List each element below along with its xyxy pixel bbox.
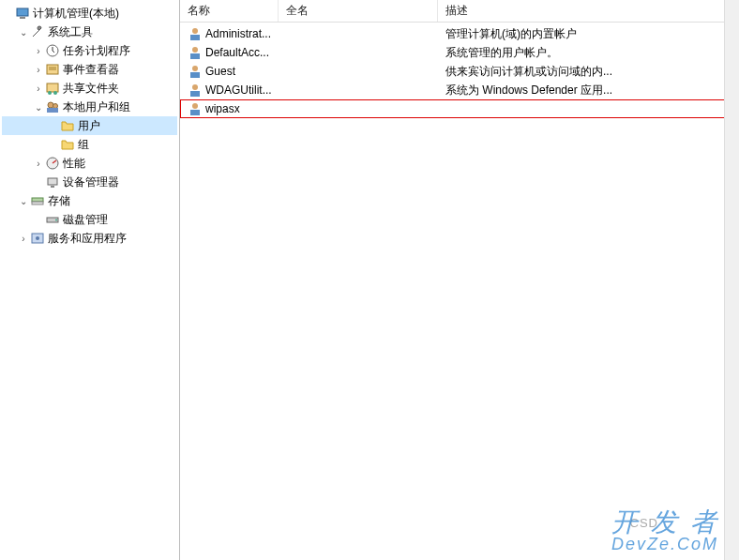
svg-rect-6 (47, 83, 58, 92)
navigation-tree: ▾ 计算机管理(本地) ⌄ 系统工具 › 任务计划程序 › 事件查 (0, 0, 180, 560)
device-icon (45, 174, 60, 189)
tree-label: 事件查看器 (63, 62, 119, 78)
computer-icon (15, 6, 30, 21)
tree-event-viewer[interactable]: › 事件查看器 (2, 60, 177, 79)
expand-icon[interactable]: › (17, 232, 30, 245)
user-icon (188, 45, 203, 60)
tree-device-manager[interactable]: · 设备管理器 (2, 173, 177, 191)
user-description: 管理计算机(域)的内置帐户 (438, 26, 739, 42)
svg-rect-15 (32, 198, 43, 202)
svg-point-25 (192, 66, 198, 71)
svg-rect-0 (17, 8, 28, 16)
svg-rect-30 (190, 110, 200, 115)
expand-icon[interactable]: › (32, 157, 45, 170)
tree-label: 设备管理器 (63, 174, 119, 190)
tree-label: 服务和应用程序 (48, 231, 127, 247)
tree-label: 组 (78, 137, 89, 153)
user-description: 供来宾访问计算机或访问域的内... (438, 64, 739, 80)
svg-rect-24 (190, 53, 200, 59)
svg-point-8 (53, 91, 57, 95)
svg-point-23 (192, 47, 198, 53)
user-name: Administrat... (205, 27, 271, 40)
svg-rect-28 (190, 91, 200, 97)
list-body: Administrat... 管理计算机(域)的内置帐户 DefaultAcc.… (180, 23, 739, 560)
expand-icon[interactable]: › (32, 63, 45, 76)
tree-label: 本地用户和组 (63, 99, 130, 115)
user-icon (188, 83, 203, 98)
tree-root[interactable]: ▾ 计算机管理(本地) (2, 4, 177, 23)
services-icon (30, 231, 45, 246)
perf-icon (45, 156, 60, 171)
collapse-icon[interactable]: ⌄ (17, 194, 30, 207)
tree-disk-management[interactable]: · 磁盘管理 (2, 210, 177, 229)
tree-label: 任务计划程序 (63, 43, 130, 59)
user-name: DefaultAcc... (205, 46, 269, 59)
svg-point-7 (48, 91, 52, 95)
tree-performance[interactable]: › 性能 (2, 154, 177, 173)
expand-icon[interactable]: › (32, 82, 45, 95)
user-list-panel: 名称 全名 描述 Administrat... 管理计算机(域)的内置帐户 (180, 0, 739, 560)
svg-rect-22 (190, 35, 200, 40)
list-item[interactable]: Guest 供来宾访问计算机或访问域的内... (180, 62, 739, 81)
collapse-icon[interactable]: ⌄ (32, 100, 45, 114)
user-name: WDAGUtilit... (205, 83, 272, 97)
column-description[interactable]: 描述 (438, 0, 739, 22)
user-name: Guest (205, 65, 235, 78)
tree-label: 共享文件夹 (63, 81, 119, 97)
user-name: wipasx (205, 102, 240, 115)
tree-label: 系统工具 (48, 24, 93, 40)
svg-point-18 (55, 219, 57, 221)
tree-label: 性能 (63, 156, 85, 172)
clock-icon (45, 43, 60, 58)
event-icon (45, 62, 60, 77)
folder-icon (60, 118, 75, 133)
tree-users[interactable]: · 用户 (2, 116, 177, 135)
user-description: 系统为 Windows Defender 应用... (438, 83, 739, 98)
tree-local-users-groups[interactable]: ⌄ 本地用户和组 (2, 98, 177, 116)
column-fullname[interactable]: 全名 (279, 0, 438, 22)
expand-icon[interactable]: › (32, 44, 45, 57)
svg-point-9 (48, 102, 53, 108)
user-description: 系统管理的用户帐户。 (438, 45, 739, 61)
tree-services-apps[interactable]: › 服务和应用程序 (2, 229, 177, 248)
list-item[interactable]: Administrat... 管理计算机(域)的内置帐户 (180, 24, 739, 43)
svg-point-29 (192, 103, 198, 109)
user-icon (188, 64, 203, 79)
svg-rect-16 (32, 202, 43, 204)
tree-groups[interactable]: · 组 (2, 135, 177, 154)
user-icon (188, 101, 203, 116)
svg-rect-11 (47, 108, 58, 113)
tree-storage[interactable]: ⌄ 存储 (2, 191, 177, 210)
svg-point-21 (192, 28, 198, 34)
share-icon (45, 81, 60, 96)
tree-system-tools[interactable]: ⌄ 系统工具 (2, 23, 177, 41)
tree-task-scheduler[interactable]: › 任务计划程序 (2, 41, 177, 60)
collapse-icon[interactable]: ⌄ (17, 25, 30, 38)
svg-rect-13 (48, 178, 57, 185)
disk-icon (45, 212, 60, 227)
tree-label: 用户 (78, 118, 100, 134)
storage-icon (30, 193, 45, 208)
wrench-icon (30, 24, 45, 39)
column-name[interactable]: 名称 (180, 0, 279, 22)
user-icon (188, 26, 203, 41)
tree-label: 存储 (48, 193, 70, 209)
users-icon (45, 99, 60, 114)
svg-point-20 (36, 236, 39, 240)
list-item-highlighted[interactable]: wipasx (180, 99, 739, 118)
folder-icon (60, 137, 75, 152)
tree-label: 计算机管理(本地) (33, 6, 119, 22)
tree-label: 磁盘管理 (63, 212, 108, 228)
list-item[interactable]: DefaultAcc... 系统管理的用户帐户。 (180, 43, 739, 62)
list-item[interactable]: WDAGUtilit... 系统为 Windows Defender 应用... (180, 81, 739, 99)
svg-rect-14 (51, 186, 54, 188)
tree-shared-folders[interactable]: › 共享文件夹 (2, 79, 177, 98)
column-headers: 名称 全名 描述 (180, 0, 739, 23)
svg-rect-1 (20, 17, 25, 19)
svg-point-10 (53, 104, 58, 109)
svg-rect-26 (190, 72, 200, 78)
vertical-scrollbar[interactable] (724, 0, 739, 560)
svg-point-27 (192, 84, 198, 90)
